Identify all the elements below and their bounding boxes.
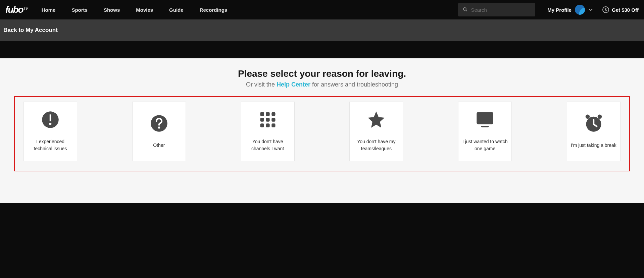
- back-to-account-link[interactable]: Back to My Account: [3, 27, 58, 34]
- svg-point-4: [49, 123, 52, 125]
- svg-point-0: [463, 8, 466, 10]
- profile-label: My Profile: [547, 7, 572, 13]
- nav-guide[interactable]: Guide: [169, 7, 184, 13]
- reason-break[interactable]: I'm just taking a break: [567, 102, 621, 161]
- reason-label: Other: [153, 142, 165, 149]
- reason-other[interactable]: Other: [132, 102, 186, 161]
- search-input[interactable]: [471, 7, 531, 13]
- main-content: Please select your reason for leaving. O…: [0, 58, 644, 203]
- page-title: Please select your reason for leaving.: [0, 68, 644, 79]
- reason-label: You don't have channels I want: [245, 138, 291, 152]
- svg-rect-14: [266, 123, 269, 127]
- reason-label: I experienced technical issues: [27, 138, 73, 152]
- top-header: fubo TV Home Sports Shows Movies Guide R…: [0, 0, 644, 19]
- nav-recordings[interactable]: Recordings: [200, 7, 228, 13]
- logo[interactable]: fubo TV: [5, 4, 28, 15]
- svg-rect-18: [481, 126, 489, 127]
- dollar-icon: $: [602, 6, 609, 13]
- reason-channels[interactable]: You don't have channels I want: [241, 102, 295, 161]
- nav-movies[interactable]: Movies: [136, 7, 153, 13]
- profile-dropdown[interactable]: My Profile: [547, 5, 593, 15]
- reason-label: You don't have my teams/leagues: [353, 138, 399, 152]
- promo-button[interactable]: $ Get $30 Off: [602, 6, 639, 13]
- question-icon: [150, 114, 168, 132]
- spacer-top: [0, 41, 644, 58]
- sub-header: Back to My Account: [0, 19, 644, 41]
- reasons-highlight-box: I experienced technical issues Other You…: [14, 96, 630, 171]
- nav-sports[interactable]: Sports: [71, 7, 88, 13]
- reason-label: I'm just taking a break: [571, 142, 616, 149]
- svg-rect-3: [50, 114, 51, 121]
- reason-label: I just wanted to watch one game: [462, 138, 508, 152]
- monitor-icon: [476, 111, 494, 129]
- svg-rect-11: [266, 118, 269, 121]
- promo-text: Get $30 Off: [612, 7, 639, 13]
- chevron-down-icon: [588, 8, 593, 11]
- spacer-bottom: [0, 203, 644, 278]
- subtitle-suffix: for answers and troubleshooting: [310, 81, 398, 88]
- star-icon: [367, 111, 385, 129]
- exclaim-icon: [41, 111, 59, 129]
- reason-teams[interactable]: You don't have my teams/leagues: [349, 102, 403, 161]
- svg-line-1: [466, 10, 467, 11]
- svg-rect-15: [271, 123, 275, 127]
- avatar: [575, 5, 585, 15]
- svg-rect-9: [271, 112, 275, 116]
- search-box[interactable]: [458, 3, 535, 16]
- svg-rect-10: [260, 118, 264, 121]
- nav-links: Home Sports Shows Movies Guide Recording…: [42, 7, 458, 13]
- logo-main: fubo: [5, 4, 23, 15]
- nav-home[interactable]: Home: [42, 7, 56, 13]
- svg-point-6: [158, 126, 160, 128]
- clock-icon: [585, 114, 603, 132]
- svg-rect-12: [271, 118, 275, 121]
- grid-icon: [259, 111, 277, 129]
- reason-technical-issues[interactable]: I experienced technical issues: [23, 102, 77, 161]
- logo-tv-suffix: TV: [23, 6, 28, 10]
- svg-rect-7: [260, 112, 264, 116]
- svg-rect-17: [477, 112, 493, 124]
- svg-point-19: [586, 114, 590, 119]
- svg-point-20: [598, 114, 602, 119]
- nav-shows[interactable]: Shows: [104, 7, 120, 13]
- help-center-link[interactable]: Help Center: [277, 81, 310, 88]
- reason-one-game[interactable]: I just wanted to watch one game: [458, 102, 512, 161]
- svg-marker-16: [368, 111, 385, 127]
- page-subtitle: Or visit the Help Center for answers and…: [0, 81, 644, 88]
- svg-rect-8: [266, 112, 269, 116]
- subtitle-prefix: Or visit the: [246, 81, 277, 88]
- search-icon: [463, 7, 467, 12]
- svg-rect-13: [260, 123, 264, 127]
- reasons-grid: I experienced technical issues Other You…: [23, 102, 621, 161]
